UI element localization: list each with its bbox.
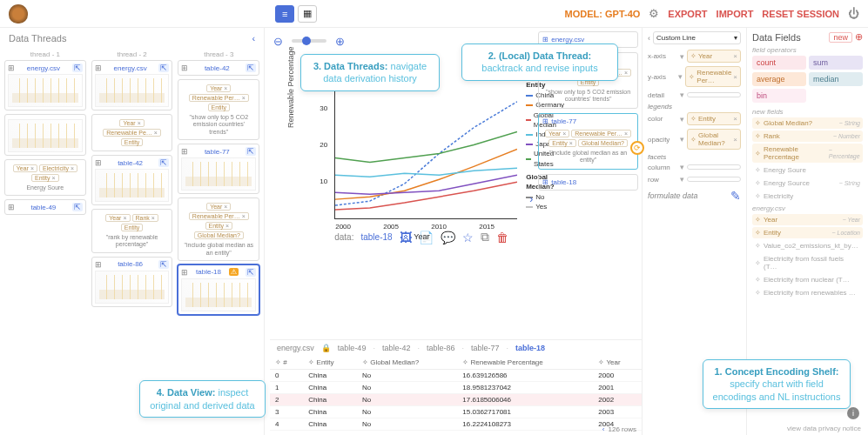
table-row[interactable]: 3ChinaNo15.03627170812003 [270,406,642,418]
dv-tab[interactable]: table-49 [338,344,367,352]
fields-title: Data Fields [752,32,801,43]
thread-card[interactable]: ⊞energy.csv⇱ [4,60,86,110]
local-card[interactable]: ⊞table-18 [538,174,638,191]
thread-card[interactable]: Year×Rank×Entity "rank by renewable perc… [91,209,173,253]
view-grid-button[interactable]: ▦ [298,5,317,23]
thread-card[interactable]: Year×Renewable Per…×Entity "show only to… [178,79,259,140]
column-field[interactable] [687,164,741,170]
op-average[interactable]: average [752,72,806,86]
callout-2: 2. (Local) Data Thread: backtrack and re… [461,44,618,81]
data-table: ✧ #✧ Entity✧ Global Median?✧ Renewable P… [270,356,642,431]
reset-session-link[interactable]: RESET SESSION [762,9,839,19]
yaxis-field[interactable]: ✧ Renewable Per…× [685,66,741,87]
field-row[interactable]: ✧ Energy Source~ String [752,177,863,189]
dv-tab[interactable]: table-42 [382,344,411,352]
callout-4: 4. Data View: inspect original and deriv… [139,380,266,418]
table-row[interactable]: 0ChinaNo16.6391265862000 [270,370,642,382]
prev-page-icon[interactable]: ‹ [602,425,605,433]
op-bin[interactable]: bin [752,89,806,103]
dv-tab-active[interactable]: table-18 [515,344,545,352]
star-icon[interactable]: ☆ [462,231,474,244]
power-icon[interactable]: ⏻ [848,7,859,20]
settings-icon[interactable]: ⚙ [649,7,659,20]
formulate-icon[interactable]: ✎ [730,189,741,203]
app-logo [9,4,28,23]
zoom-in-icon[interactable]: ⊕ [335,35,345,48]
field-row[interactable]: ✧ Electricity [752,191,863,202]
thread-card[interactable]: Year×Renewable Pe…×Entity [91,114,173,151]
y-axis-label: Renewable Percentage [286,46,295,128]
xaxis-field[interactable]: ✧ Year× [687,50,741,63]
field-row[interactable]: ✧ Electricity from nuclear (T… [752,274,863,285]
info-icon[interactable]: i [847,407,859,419]
thread-card[interactable] [4,114,86,156]
data-view: energy.csv🔒 table-49· table-42· table-86… [270,339,642,435]
table-row[interactable]: 4ChinaNo16.22241082732004 [270,418,642,431]
table-row[interactable]: 2ChinaNo17.61850060462002 [270,394,642,406]
field-row[interactable]: ✧ Entity~ Location [752,227,863,238]
dv-tab[interactable]: energy.csv [277,344,314,352]
callout-3: 3. Data Threads: navigate data derivatio… [300,54,440,91]
row-field[interactable] [687,177,741,182]
thread-card-selected[interactable]: ⊞table-18⚠⇱ [178,264,259,315]
thread-card[interactable]: Year×Electricity×Entity× Energy Soure [4,159,86,196]
model-label[interactable]: MODEL: GPT-4O [565,9,641,19]
collapse-shelf-icon[interactable]: ‹ [648,34,650,43]
field-row[interactable]: ✧ Value_co2_emissions_kt_by… [752,240,863,251]
field-row[interactable]: ✧ Energy Soure [752,164,863,176]
table-row[interactable]: 1ChinaNo18.95812370422001 [270,382,642,394]
local-card[interactable]: ⊞table-77 Year×Renewable Per…×Entity×Glo… [538,113,638,170]
collapse-threads-icon[interactable]: ‹ [252,33,256,44]
op-count[interactable]: count [752,56,806,70]
field-row[interactable]: ✧ Renewable Percentage~ Percentage [752,144,863,163]
callout-1: 1. Concept Encoding Shelf: specify chart… [703,359,851,409]
op-sum[interactable]: sum [809,56,863,70]
opacity-field[interactable]: ✧ Global Median?× [687,129,741,150]
chart-source-link[interactable]: table-18 [360,232,392,242]
export-link[interactable]: EXPORT [668,9,707,19]
import-link[interactable]: IMPORT [717,9,754,19]
field-row[interactable]: ✧ Rank~ Number [752,130,863,142]
zoom-out-icon[interactable]: ⊖ [273,35,283,48]
thread-card[interactable]: ⊞table-77⇱ [178,144,259,194]
chat-icon[interactable]: 💬 [441,231,455,244]
thread-col-1-header: thread - 1 [4,49,86,60]
thread-col-2-header: thread - 2 [91,49,173,60]
new-field-button[interactable]: new [829,32,852,43]
op-median[interactable]: median [809,72,863,86]
expand-right-icon[interactable]: › [529,193,533,205]
threads-title: Data Threads [9,33,66,44]
privacy-link[interactable]: view data privacy notice [787,425,861,432]
field-row[interactable]: ✧ Electricity from renewables … [752,287,863,298]
thread-card[interactable]: ⊞table-42⇱ [91,155,173,205]
field-row[interactable]: ✧ Electricity from fossil fuels (T… [752,253,863,272]
thread-card[interactable]: Year×Renewable Per…×Entity×Global Median… [178,197,259,261]
thread-col-3-header: thread - 3 [178,49,259,60]
dv-tab[interactable]: table-77 [471,344,500,352]
color-field[interactable]: ✧ Entity× [687,112,741,125]
warn-icon: ⚠ [229,268,239,276]
table-icon: ⊞ [8,64,15,72]
main-chart: 40 30 20 10 2000 2005 2010 2015 Year [334,71,517,219]
copy-icon[interactable]: ⧉ [481,230,489,244]
thread-card[interactable]: ⊞energy.csv⇱ [91,60,173,110]
delete-icon[interactable]: 🗑 [496,231,508,244]
image-icon[interactable]: 🖼 [400,231,412,244]
chart-type-select[interactable]: Custom Line▾ [653,31,741,44]
thread-card[interactable]: ⊞table-42⇱ [178,60,259,76]
detail-field[interactable] [687,92,741,97]
zoom-slider[interactable] [292,39,326,43]
field-row[interactable]: ✧ Year~ Year [752,214,863,225]
field-row[interactable]: ✧ Global Median?~ String [752,117,863,129]
x-axis-label: Year [414,232,429,241]
thread-card[interactable]: ⊞table-49⇱ [4,199,86,215]
thread-card[interactable]: ⊞table-86⇱ [91,257,173,307]
dv-tab[interactable]: table-86 [427,344,455,352]
view-list-button[interactable]: ≡ [275,5,294,23]
branch-icon[interactable]: ⇱ [72,64,83,72]
add-icon[interactable]: ⊕ [855,31,863,42]
